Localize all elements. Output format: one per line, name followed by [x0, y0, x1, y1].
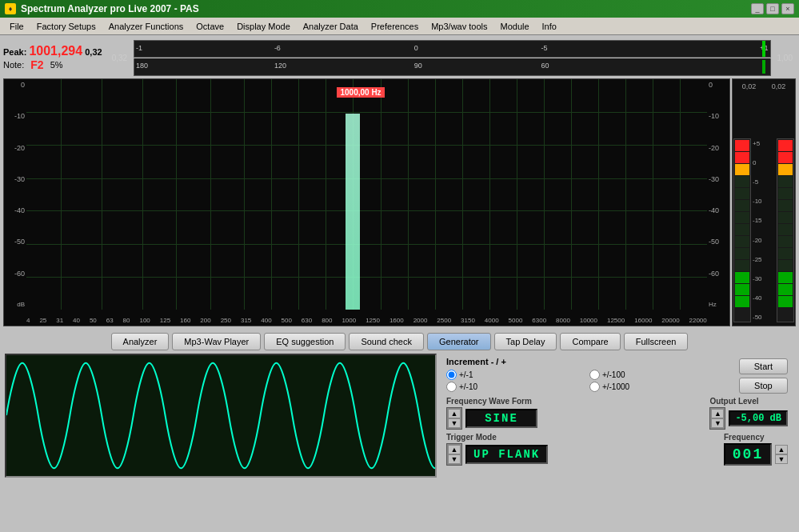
- vu-scale-m30: -30: [753, 275, 775, 282]
- grid-v-7: [271, 79, 272, 310]
- note-label: Note:: [3, 60, 24, 70]
- vu-seg-dark-8: [735, 260, 749, 271]
- vu-seg-red-1: [735, 140, 749, 151]
- restore-button[interactable]: □: [766, 3, 779, 14]
- menu-module[interactable]: Module: [493, 20, 535, 33]
- x-3150: 3150: [461, 317, 475, 324]
- note-line: Note: F2 5%: [3, 58, 102, 71]
- stop-button[interactable]: Stop: [739, 378, 788, 394]
- analyzer-button[interactable]: Analyzer: [111, 333, 170, 350]
- grid-v-20: [625, 79, 626, 310]
- ruler-bar-bottom: [762, 60, 765, 74]
- vu-scale-m10: -10: [753, 198, 775, 205]
- trigger-section: Trigger Mode ▲ ▼ UP FLANK: [446, 433, 714, 466]
- radio-pm1000[interactable]: +/-1000: [589, 382, 731, 392]
- x-1000: 1000: [342, 317, 356, 324]
- menu-preferences[interactable]: Preferences: [365, 20, 425, 33]
- x-6300: 6300: [532, 317, 546, 324]
- grid-v-1: [61, 79, 62, 310]
- frequency-control-row: 001 ▲ ▼: [724, 443, 788, 466]
- trigger-up-arrow[interactable]: ▲: [448, 445, 461, 454]
- vu-scale-m50: -50: [753, 314, 775, 321]
- fullscreen-button[interactable]: Fullscreen: [624, 333, 689, 350]
- y-label-db: dB: [4, 301, 26, 308]
- x-2000: 2000: [413, 317, 428, 324]
- mp3wav-player-button[interactable]: Mp3-Wav Player: [172, 333, 261, 350]
- menu-display-mode[interactable]: Display Mode: [230, 20, 297, 33]
- vu-right-seg-dark-8: [778, 260, 793, 271]
- grid-h-1: [26, 112, 707, 113]
- ruler-label-1: -1: [136, 44, 142, 52]
- sound-check-button[interactable]: Sound check: [349, 333, 424, 350]
- vu-scale-m15: -15: [753, 217, 775, 224]
- frequency-section: Frequency 001 ▲ ▼: [724, 433, 788, 466]
- menu-analyzer-data[interactable]: Analyzer Data: [297, 20, 365, 33]
- y-right-0: 0: [707, 81, 729, 89]
- vu-right-seg-dark-3: [778, 200, 793, 211]
- minimize-button[interactable]: _: [751, 3, 764, 14]
- radio-pm10[interactable]: +/-10: [446, 382, 588, 392]
- ruler-label-0: 0: [414, 44, 418, 52]
- tap-delay-button[interactable]: Tap Delay: [494, 333, 557, 350]
- radio-pm1000-label: +/-1000: [602, 382, 629, 391]
- start-button[interactable]: Start: [739, 358, 788, 374]
- x-63: 63: [106, 317, 114, 324]
- x-4000: 4000: [485, 317, 499, 324]
- eq-suggestion-button[interactable]: EQ suggestion: [264, 333, 346, 350]
- x-800: 800: [322, 317, 332, 324]
- x-315: 315: [241, 317, 251, 324]
- frequency-down-arrow[interactable]: ▼: [775, 454, 788, 464]
- menu-mp3wav[interactable]: Mp3/wav tools: [425, 20, 493, 33]
- waveform-up-arrow[interactable]: ▲: [448, 409, 461, 418]
- grid-v-17: [544, 79, 545, 310]
- menu-octave[interactable]: Octave: [190, 20, 230, 33]
- vu-seg-dark-5: [735, 224, 749, 235]
- radio-pm10-label: +/-10: [459, 382, 477, 391]
- note-value: F2: [30, 58, 43, 71]
- vu-left-label: 0,02: [742, 82, 757, 90]
- vu-right-seg-yellow-1: [778, 164, 793, 175]
- radio-pm1000-input[interactable]: [589, 382, 600, 392]
- menu-factory-setups[interactable]: Factory Setups: [30, 20, 102, 33]
- radio-pm1[interactable]: +/-1: [446, 370, 588, 380]
- ruler-bar-right: [762, 41, 765, 57]
- generator-button[interactable]: Generator: [427, 333, 491, 350]
- x-1250: 1250: [366, 317, 380, 324]
- output-up-arrow[interactable]: ▲: [711, 409, 724, 418]
- y-right-20: -20: [707, 144, 729, 152]
- radio-pm1-label: +/-1: [459, 370, 473, 379]
- output-down-arrow[interactable]: ▼: [711, 418, 724, 428]
- menu-analyzer-functions[interactable]: Analyzer Functions: [102, 20, 190, 33]
- vu-seg-dark-2: [735, 188, 749, 199]
- x-5000: 5000: [509, 317, 523, 324]
- grid-v-22: [680, 79, 681, 310]
- y-label-20: -20: [4, 144, 26, 152]
- frequency-arrows: ▲ ▼: [775, 445, 788, 464]
- frequency-up-arrow[interactable]: ▲: [775, 445, 788, 454]
- grid-v-9: [326, 79, 326, 310]
- spectrum-canvas: 1000,00 Hz: [26, 79, 707, 310]
- x-125: 125: [160, 317, 170, 324]
- waveform-display: [5, 354, 437, 478]
- compare-button[interactable]: Compare: [560, 333, 620, 350]
- vu-seg-dark-6: [735, 236, 749, 247]
- ruler-freq-90: 90: [414, 62, 422, 70]
- trigger-down-arrow[interactable]: ▼: [448, 454, 461, 464]
- info-bar: Peak: 1001,294 0,32 Note: F2 5% 0,32 -1 …: [3, 38, 796, 77]
- menu-info[interactable]: Info: [536, 20, 563, 33]
- waveform-arrows: ▲ ▼: [446, 407, 462, 430]
- close-button[interactable]: ×: [781, 3, 794, 14]
- y-label-40: -40: [4, 206, 26, 214]
- grid-v-12: [408, 79, 409, 310]
- radio-pm100-label: +/-100: [602, 370, 625, 379]
- radio-pm100[interactable]: +/-100: [589, 370, 731, 380]
- vu-right-seg-dark-1: [778, 176, 793, 187]
- radio-pm10-input[interactable]: [446, 382, 457, 392]
- menu-file[interactable]: File: [3, 20, 30, 33]
- waveform-down-arrow[interactable]: ▼: [448, 418, 461, 428]
- vu-scale-p5: +5: [753, 140, 775, 147]
- frequency-label: Frequency: [724, 433, 788, 442]
- radio-pm1-input[interactable]: [446, 370, 457, 380]
- radio-pm100-input[interactable]: [589, 370, 600, 380]
- vu-seg-yellow-1: [735, 164, 749, 175]
